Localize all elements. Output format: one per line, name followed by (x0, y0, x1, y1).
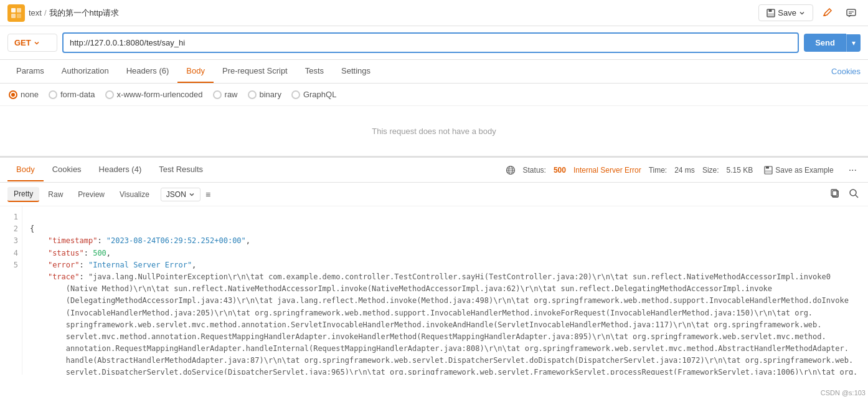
radio-none (9, 90, 17, 99)
format-bar-left: Pretty Raw Preview Visualize JSON ≡ (7, 187, 210, 202)
globe-icon (506, 165, 516, 175)
option-raw[interactable]: raw (213, 90, 238, 99)
svg-rect-7 (847, 9, 856, 16)
svg-rect-0 (11, 8, 16, 12)
url-bar: GET Send ▾ (0, 26, 868, 60)
save-button[interactable]: Save (758, 4, 813, 21)
format-tabs: Pretty Raw Preview Visualize (7, 187, 156, 202)
filter-icon[interactable]: ≡ (205, 190, 210, 200)
search-button[interactable] (847, 186, 861, 202)
response-meta: Status: 500 Internal Server Error Time: … (506, 163, 861, 177)
copy-icon-svg (830, 188, 840, 198)
option-binary[interactable]: binary (248, 90, 281, 99)
request-tabs-bar: Params Authorization Headers (6) Body Pr… (0, 60, 868, 84)
edit-button[interactable] (818, 4, 837, 22)
format-bar-right (828, 186, 861, 202)
tab-tests[interactable]: Tests (296, 60, 333, 83)
response-code-area: 1 2 3 4 5 { "timestamp": "2023-08-24T06:… (0, 206, 868, 375)
radio-binary (248, 90, 257, 99)
code-content[interactable]: { "timestamp": "2023-08-24T06:29:52.252+… (22, 206, 868, 375)
svg-line-22 (856, 195, 858, 198)
response-tab-test-results[interactable]: Test Results (150, 158, 212, 181)
cookies-link[interactable]: Cookies (831, 60, 861, 82)
option-urlencoded[interactable]: x-www-form-urlencoded (105, 90, 203, 99)
radio-form-data (49, 90, 57, 99)
status-text: Internal Server Error (573, 166, 641, 175)
time-label: Time: (649, 166, 668, 175)
send-dropdown-button[interactable]: ▾ (846, 34, 861, 52)
json-format-select[interactable]: JSON (161, 188, 200, 201)
app-logo (7, 4, 25, 22)
breadcrumb-separator: / (44, 8, 47, 17)
save-label: Save (778, 8, 796, 17)
request-tabs: Params Authorization Headers (6) Body Pr… (7, 60, 379, 83)
json-dropdown-icon (189, 191, 195, 198)
size-label: Size: (702, 166, 719, 175)
svg-point-21 (850, 190, 856, 196)
response-tabs: Body Cookies Headers (4) Test Results (7, 158, 212, 181)
tab-body[interactable]: Body (177, 60, 214, 83)
svg-rect-6 (768, 13, 774, 16)
json-format-label: JSON (166, 190, 186, 199)
option-form-data[interactable]: form-data (49, 90, 95, 99)
top-bar: text / 我的第一个http请求 Save (0, 0, 868, 26)
copy-button[interactable] (828, 186, 842, 202)
breadcrumb-type: text (29, 8, 42, 17)
tab-headers[interactable]: Headers (6) (118, 60, 178, 83)
save-example-label: Save as Example (775, 166, 833, 175)
radio-graphql (291, 90, 300, 99)
tab-settings[interactable]: Settings (333, 60, 379, 83)
status-label: Status: (523, 166, 546, 175)
url-input[interactable] (62, 32, 799, 53)
tab-pre-request[interactable]: Pre-request Script (214, 60, 296, 83)
tab-authorization[interactable]: Authorization (53, 60, 118, 83)
breadcrumb-name: 我的第一个http请求 (49, 7, 120, 19)
option-none[interactable]: none (9, 90, 39, 99)
svg-rect-5 (769, 9, 772, 12)
top-bar-right: Save (758, 4, 861, 22)
edit-icon (823, 8, 833, 18)
format-tab-pretty[interactable]: Pretty (7, 187, 39, 202)
line-numbers: 1 2 3 4 5 (0, 206, 22, 375)
radio-raw (213, 90, 222, 99)
format-tab-preview[interactable]: Preview (72, 188, 111, 201)
radio-urlencoded (105, 90, 114, 99)
search-icon (849, 188, 859, 198)
format-tab-raw[interactable]: Raw (42, 188, 69, 201)
size-value: 5.15 KB (727, 166, 753, 175)
save-example-icon (764, 166, 773, 175)
response-tab-body[interactable]: Body (7, 158, 44, 181)
save-dropdown-icon (799, 10, 805, 16)
no-body-message: This request does not have a body (0, 106, 868, 156)
tab-params[interactable]: Params (7, 60, 53, 83)
svg-rect-1 (17, 8, 21, 12)
send-button-group: Send ▾ (804, 34, 861, 52)
top-bar-left: text / 我的第一个http请求 (7, 4, 119, 22)
send-main-button[interactable]: Send (804, 34, 846, 52)
svg-rect-16 (766, 166, 769, 169)
svg-rect-17 (765, 170, 771, 173)
svg-rect-2 (11, 14, 16, 18)
response-section: Body Cookies Headers (4) Test Results St… (0, 156, 868, 375)
breadcrumb: text / 我的第一个http请求 (29, 7, 119, 19)
comment-icon (846, 8, 856, 18)
method-select[interactable]: GET (7, 34, 57, 52)
format-tab-visualize[interactable]: Visualize (113, 188, 156, 201)
response-tab-headers[interactable]: Headers (4) (90, 158, 151, 181)
save-example-button[interactable]: Save as Example (760, 164, 837, 176)
save-icon (767, 9, 775, 17)
status-code: 500 (554, 166, 566, 175)
option-graphql[interactable]: GraphQL (291, 90, 336, 99)
more-options-button[interactable]: ··· (845, 163, 861, 177)
response-tabs-bar: Body Cookies Headers (4) Test Results St… (0, 158, 868, 183)
body-options: none form-data x-www-form-urlencoded raw… (0, 84, 868, 106)
comment-button[interactable] (842, 4, 861, 22)
response-tab-cookies[interactable]: Cookies (44, 158, 90, 181)
format-bar: Pretty Raw Preview Visualize JSON ≡ (0, 183, 868, 206)
method-label: GET (14, 38, 31, 47)
svg-rect-3 (17, 14, 21, 18)
time-value: 24 ms (674, 166, 695, 175)
method-dropdown-icon (34, 40, 40, 46)
